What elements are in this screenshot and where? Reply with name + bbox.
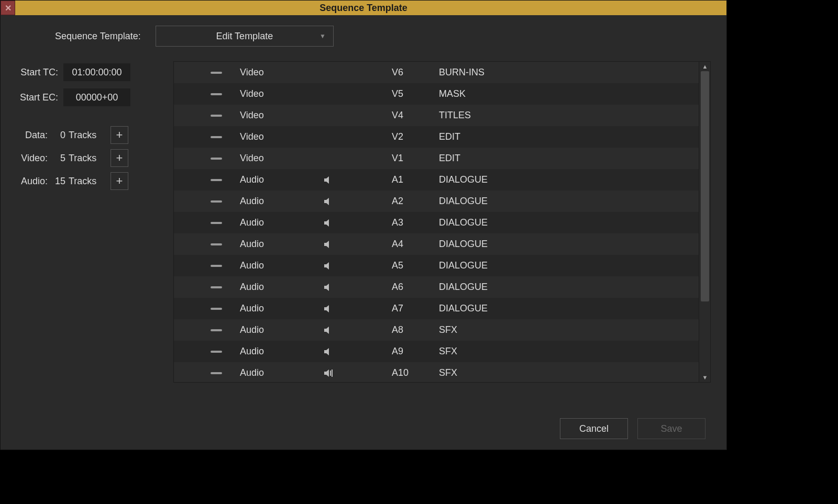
remove-track-button[interactable] (193, 351, 240, 353)
add-audio-track-button[interactable]: + (111, 172, 128, 190)
remove-track-button[interactable] (193, 179, 240, 181)
minus-icon (211, 265, 222, 267)
remove-track-button[interactable] (193, 200, 240, 203)
audio-tracks-count: 15 (52, 176, 65, 187)
template-dropdown[interactable]: Edit Template ▼ (156, 26, 334, 47)
minus-icon (211, 243, 222, 245)
track-id: A10 (392, 367, 439, 378)
track-name: BURN-INS (439, 67, 699, 78)
minus-icon (211, 372, 222, 374)
minus-icon (211, 222, 222, 224)
remove-track-button[interactable] (193, 136, 240, 138)
track-id: V2 (392, 131, 439, 142)
plus-icon: + (116, 129, 123, 141)
minus-icon (211, 115, 222, 117)
video-tracks-unit: Tracks (69, 153, 100, 164)
scrollbar[interactable]: ▲ ▼ (699, 62, 710, 382)
scrollbar-thumb[interactable] (701, 71, 709, 301)
track-row[interactable]: AudioA1DIALOGUE (174, 169, 699, 191)
track-name: SFX (439, 367, 699, 378)
remove-track-button[interactable] (193, 72, 240, 74)
remove-track-button[interactable] (193, 265, 240, 267)
track-name: DIALOGUE (439, 196, 699, 207)
track-row[interactable]: AudioA9SFX (174, 341, 699, 362)
track-id: A3 (392, 217, 439, 228)
data-tracks-count: 0 (52, 130, 65, 141)
minus-icon (211, 158, 222, 160)
track-row[interactable]: AudioA4DIALOGUE (174, 233, 699, 255)
close-button[interactable]: ✕ (1, 1, 15, 15)
start-tc-row: Start TC: (16, 63, 173, 81)
scroll-up-icon[interactable]: ▲ (699, 62, 711, 71)
remove-track-button[interactable] (193, 329, 240, 331)
start-tc-input[interactable] (63, 63, 130, 81)
track-row[interactable]: AudioA8SFX (174, 319, 699, 341)
speaker-icon (324, 369, 392, 377)
track-row[interactable]: VideoV2EDIT (174, 126, 699, 148)
track-row[interactable]: VideoV5MASK (174, 83, 699, 105)
track-type: Audio (240, 303, 324, 314)
track-id: A5 (392, 260, 439, 271)
minus-icon (211, 179, 222, 181)
track-row[interactable]: VideoV4TITLES (174, 105, 699, 126)
audio-tracks-row: Audio: 15 Tracks + (16, 172, 173, 190)
add-data-track-button[interactable]: + (111, 126, 128, 144)
data-tracks-unit: Tracks (69, 130, 100, 141)
remove-track-button[interactable] (193, 93, 240, 95)
add-video-track-button[interactable]: + (111, 149, 128, 167)
track-name: DIALOGUE (439, 303, 699, 314)
track-type: Audio (240, 346, 324, 357)
track-id: A2 (392, 196, 439, 207)
track-id: V6 (392, 67, 439, 78)
track-row[interactable]: VideoV1EDIT (174, 148, 699, 169)
minus-icon (211, 200, 222, 203)
window-title: Sequence Template (15, 3, 712, 14)
start-ec-input[interactable] (63, 88, 130, 106)
start-tc-label: Start TC: (16, 67, 58, 78)
track-id: A7 (392, 303, 439, 314)
track-type: Video (240, 153, 324, 164)
data-tracks-label: Data: (16, 130, 48, 141)
body-row: Start TC: Start EC: Data: 0 Tracks + (16, 61, 711, 401)
template-dropdown-value: Edit Template (216, 31, 273, 42)
track-name: MASK (439, 88, 699, 99)
track-name: DIALOGUE (439, 282, 699, 293)
track-type: Audio (240, 367, 324, 378)
track-type: Audio (240, 324, 324, 335)
remove-track-button[interactable] (193, 308, 240, 310)
remove-track-button[interactable] (193, 222, 240, 224)
track-name: DIALOGUE (439, 174, 699, 185)
speaker-icon (324, 262, 392, 270)
cancel-button[interactable]: Cancel (560, 418, 628, 439)
track-type: Video (240, 67, 324, 78)
track-type: Audio (240, 174, 324, 185)
track-type: Audio (240, 239, 324, 250)
track-name: DIALOGUE (439, 260, 699, 271)
template-label: Sequence Template: (55, 31, 141, 42)
track-id: A1 (392, 174, 439, 185)
track-type: Audio (240, 217, 324, 228)
track-row[interactable]: AudioA6DIALOGUE (174, 276, 699, 298)
track-type: Video (240, 110, 324, 121)
speaker-icon (324, 176, 392, 184)
start-ec-row: Start EC: (16, 88, 173, 106)
track-row[interactable]: VideoV6BURN-INS (174, 62, 699, 83)
remove-track-button[interactable] (193, 372, 240, 374)
speaker-icon (324, 305, 392, 313)
remove-track-button[interactable] (193, 286, 240, 288)
track-row[interactable]: AudioA7DIALOGUE (174, 298, 699, 319)
track-name: EDIT (439, 131, 699, 142)
track-type: Audio (240, 196, 324, 207)
remove-track-button[interactable] (193, 243, 240, 245)
track-row[interactable]: AudioA10SFX (174, 362, 699, 382)
remove-track-button[interactable] (193, 115, 240, 117)
track-row[interactable]: AudioA3DIALOGUE (174, 212, 699, 233)
track-id: V5 (392, 88, 439, 99)
track-row[interactable]: AudioA2DIALOGUE (174, 191, 699, 212)
track-id: V4 (392, 110, 439, 121)
track-row[interactable]: AudioA5DIALOGUE (174, 255, 699, 276)
scroll-down-icon[interactable]: ▼ (699, 373, 711, 382)
track-id: V1 (392, 153, 439, 164)
remove-track-button[interactable] (193, 158, 240, 160)
save-button[interactable]: Save (637, 418, 705, 439)
